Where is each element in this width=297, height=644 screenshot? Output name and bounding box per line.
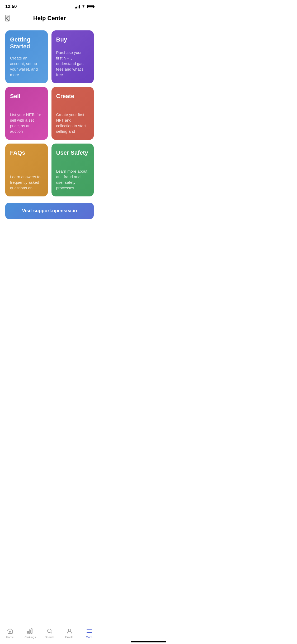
battery-icon — [87, 5, 94, 8]
card-faqs[interactable]: FAQs Learn answers to frequently asked q… — [5, 144, 48, 196]
card-user-safety-desc: Learn more about anti-fraud and user saf… — [56, 168, 89, 191]
signal-icon — [75, 5, 80, 8]
card-buy[interactable]: Buy Purchase your first NFT, understand … — [51, 30, 94, 83]
back-button[interactable] — [5, 15, 10, 21]
card-create-title: Create — [56, 93, 89, 100]
main-content: Getting Started Create an account, set u… — [0, 26, 99, 245]
card-getting-started[interactable]: Getting Started Create an account, set u… — [5, 30, 48, 83]
card-create-desc: Create your first NFT and collection to … — [56, 112, 89, 134]
support-button[interactable]: Visit support.opensea.io — [5, 203, 94, 219]
cards-grid: Getting Started Create an account, set u… — [5, 30, 94, 196]
card-getting-started-desc: Create an account, set up your wallet, a… — [10, 55, 43, 77]
card-getting-started-title: Getting Started — [10, 36, 43, 50]
page-title: Help Center — [33, 15, 66, 22]
wifi-icon — [81, 5, 86, 8]
card-buy-desc: Purchase your first NFT, understand gas … — [56, 50, 89, 77]
page-header: Help Center — [0, 12, 99, 26]
card-sell-title: Sell — [10, 93, 43, 100]
card-faqs-title: FAQs — [10, 149, 43, 156]
card-buy-title: Buy — [56, 36, 89, 43]
card-sell-desc: List your NFTs for sell with a set price… — [10, 112, 43, 134]
card-create[interactable]: Create Create your first NFT and collect… — [51, 87, 94, 140]
card-sell[interactable]: Sell List your NFTs for sell with a set … — [5, 87, 48, 140]
card-user-safety-title: User Safety — [56, 149, 89, 156]
status-bar: 12:50 — [0, 0, 99, 12]
status-time: 12:50 — [5, 4, 17, 9]
card-user-safety[interactable]: User Safety Learn more about anti-fraud … — [51, 144, 94, 196]
card-faqs-desc: Learn answers to frequently asked questi… — [10, 174, 43, 191]
status-icons — [75, 5, 94, 8]
